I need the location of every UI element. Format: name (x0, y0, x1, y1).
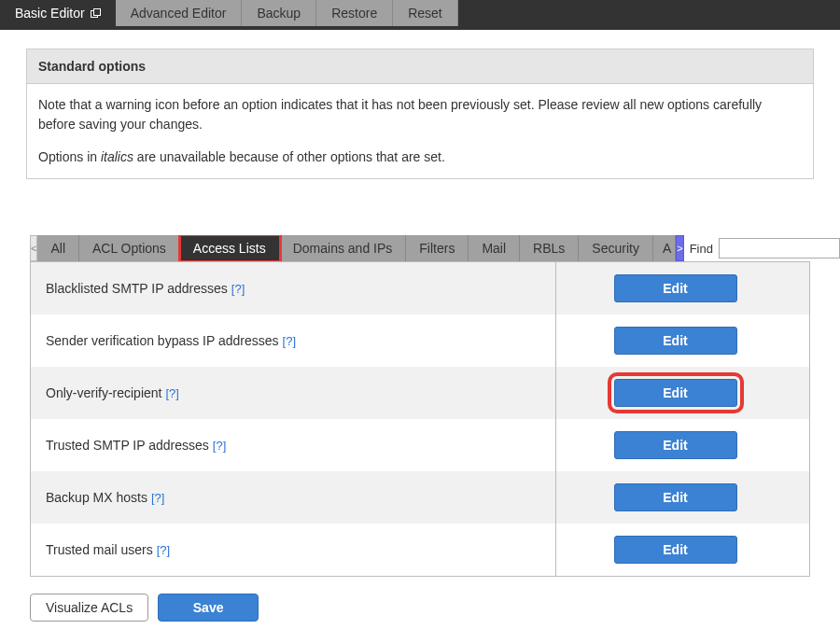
option-row: Trusted mail users [?] Edit (31, 524, 809, 576)
option-actions-cell: Edit (556, 367, 794, 419)
filter-tabs: All ACL Options Access Lists Domains and… (37, 235, 676, 261)
option-label-cell: Only-verify-recipient [?] (46, 367, 556, 419)
option-actions-cell: Edit (556, 315, 794, 367)
find-area: Find (690, 235, 840, 261)
tab-label: Advanced Editor (131, 6, 227, 21)
option-row: Blacklisted SMTP IP addresses [?] Edit (31, 262, 809, 315)
visualize-acls-button[interactable]: Visualize ACLs (30, 594, 148, 622)
edit-button[interactable]: Edit (614, 536, 737, 564)
tab-advanced-editor[interactable]: Advanced Editor (116, 0, 243, 26)
option-label-cell: Sender verification bypass IP addresses … (46, 315, 556, 367)
filter-tab-all[interactable]: All (37, 235, 79, 261)
info-box: Standard options Note that a warning ico… (26, 49, 814, 179)
filter-tab-security[interactable]: Security (579, 235, 653, 261)
filter-tab-rbls[interactable]: RBLs (520, 235, 579, 261)
help-link[interactable]: [?] (213, 439, 226, 453)
popup-icon (91, 8, 101, 19)
option-actions-cell: Edit (556, 419, 794, 471)
tab-label: Backup (257, 6, 301, 21)
tab-label: Reset (408, 6, 442, 21)
option-label: Trusted mail users (46, 542, 153, 557)
info-body: Note that a warning icon before an optio… (27, 84, 813, 178)
option-actions-cell: Edit (556, 471, 794, 524)
filter-tab-filters[interactable]: Filters (406, 235, 469, 261)
option-row: Backup MX hosts [?] Edit (31, 471, 809, 524)
edit-button[interactable]: Edit (614, 274, 737, 302)
find-label: Find (690, 242, 713, 256)
filter-row: < All ACL Options Access Lists Domains a… (30, 235, 814, 261)
content-area: Standard options Note that a warning ico… (0, 30, 840, 640)
option-label-cell: Trusted mail users [?] (46, 524, 556, 576)
info-header: Standard options (27, 49, 813, 84)
info-line-1: Note that a warning icon before an optio… (38, 95, 802, 134)
scroll-right-button[interactable]: > (676, 235, 683, 261)
options-table: Blacklisted SMTP IP addresses [?] Edit S… (30, 261, 810, 577)
option-label: Blacklisted SMTP IP addresses (46, 281, 228, 296)
option-label: Only-verify-recipient (46, 385, 161, 400)
help-link[interactable]: [?] (151, 491, 164, 505)
edit-button[interactable]: Edit (614, 431, 737, 459)
option-label: Backup MX hosts (46, 490, 147, 505)
edit-button[interactable]: Edit (614, 379, 737, 407)
filter-tab-access-lists[interactable]: Access Lists (180, 235, 280, 261)
find-input[interactable] (719, 238, 840, 259)
option-label: Sender verification bypass IP addresses (46, 333, 279, 348)
tab-restore[interactable]: Restore (316, 0, 393, 26)
filter-tab-truncated[interactable]: A (653, 235, 676, 261)
footer-buttons: Visualize ACLs Save (30, 594, 814, 622)
tab-label: Basic Editor (15, 6, 85, 21)
option-label-cell: Backup MX hosts [?] (46, 471, 556, 524)
help-link[interactable]: [?] (157, 543, 170, 557)
help-link[interactable]: [?] (231, 282, 245, 296)
option-row: Only-verify-recipient [?] Edit (31, 367, 809, 419)
option-actions-cell: Edit (556, 262, 794, 315)
option-row: Trusted SMTP IP addresses [?] Edit (31, 419, 809, 471)
option-label-cell: Trusted SMTP IP addresses [?] (46, 419, 556, 471)
info-line-2: Options in italics are unavailable becau… (38, 147, 802, 167)
svg-rect-1 (93, 8, 100, 15)
option-actions-cell: Edit (556, 524, 794, 576)
scroll-left-button[interactable]: < (30, 235, 37, 261)
help-link[interactable]: [?] (283, 334, 296, 348)
tab-reset[interactable]: Reset (393, 0, 458, 26)
edit-button[interactable]: Edit (614, 483, 737, 511)
save-button[interactable]: Save (158, 594, 259, 622)
tab-label: Restore (331, 6, 377, 21)
edit-button[interactable]: Edit (614, 327, 737, 355)
option-row: Sender verification bypass IP addresses … (31, 315, 809, 367)
top-tabs: Basic Editor Advanced Editor Backup Rest… (0, 0, 840, 30)
option-label-cell: Blacklisted SMTP IP addresses [?] (46, 262, 556, 315)
option-label: Trusted SMTP IP addresses (46, 438, 209, 453)
tab-backup[interactable]: Backup (242, 0, 316, 26)
filter-tab-mail[interactable]: Mail (469, 235, 520, 261)
filter-tab-acl-options[interactable]: ACL Options (79, 235, 180, 261)
help-link[interactable]: [?] (165, 386, 178, 400)
tab-basic-editor[interactable]: Basic Editor (0, 0, 116, 26)
filter-tab-domains-ips[interactable]: Domains and IPs (280, 235, 407, 261)
